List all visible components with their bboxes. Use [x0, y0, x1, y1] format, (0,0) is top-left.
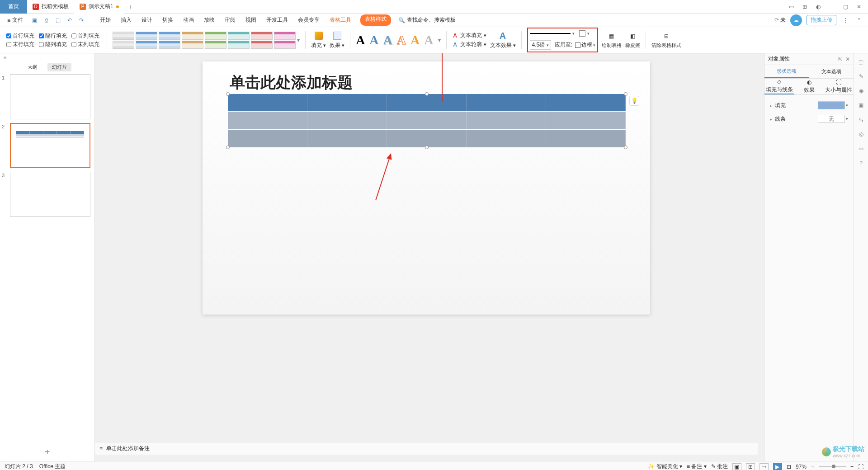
file-menu[interactable]: ≡ 文件 [5, 16, 26, 24]
fill-dropdown[interactable]: 填充 ▾ [311, 31, 326, 49]
border-color-icon[interactable] [579, 30, 585, 37]
wordart-gallery[interactable]: A A A A A A ▾ [356, 33, 440, 47]
slides-tab[interactable]: 幻灯片 [47, 63, 71, 71]
apps-icon[interactable]: ⊞ [800, 2, 809, 11]
redo-icon[interactable]: ↷ [77, 16, 85, 24]
outline-tab[interactable]: 大纲 [23, 63, 42, 71]
gallery-more-icon[interactable]: ▾ [297, 37, 300, 43]
shape-options-tab[interactable]: 形状选项 [764, 65, 809, 78]
eraser-button[interactable]: ◧ 橡皮擦 [625, 31, 640, 49]
zoom-out-button[interactable]: − [811, 464, 814, 470]
rail-location-icon[interactable]: ◎ [857, 130, 865, 138]
border-weight-dropdown[interactable]: 4.5磅 ▾ [530, 40, 551, 50]
horizontal-scrollbar[interactable] [95, 455, 758, 461]
rail-book-icon[interactable]: ▭ [857, 145, 865, 153]
text-fill-dropdown[interactable]: A文本填充 ▾ [452, 32, 486, 39]
save-icon[interactable]: ▣ [30, 16, 38, 24]
normal-view-button[interactable]: ▣ [732, 463, 741, 470]
chk-last-col[interactable]: 末列填充 [71, 41, 99, 48]
chk-last-row[interactable]: 末行填充 [6, 41, 34, 48]
fill-line-tab[interactable]: ◇填充与线条 [764, 79, 794, 94]
chk-first-col[interactable]: 首列填充 [71, 32, 99, 40]
upload-button[interactable]: 拖拽上传 [807, 15, 836, 25]
chk-first-row[interactable]: 首行填充 [6, 32, 34, 40]
fill-section[interactable]: ▸填充 ▾ [768, 99, 850, 112]
tab-member[interactable]: 会员专享 [297, 14, 321, 26]
beautify-button[interactable]: ✨ 智能美化 ▾ [648, 463, 682, 470]
rail-animation-icon[interactable]: ◉ [857, 87, 865, 95]
notes-toggle[interactable]: ≡ 备注 ▾ [687, 463, 707, 470]
draw-table-button[interactable]: ▦ 绘制表格 [602, 31, 622, 49]
tab-document[interactable]: P 演示文稿1 [74, 0, 124, 14]
clear-style-button[interactable]: ⊟ 清除表格样式 [651, 31, 681, 49]
vertical-scrollbar[interactable] [758, 53, 764, 455]
effects-tab[interactable]: ◐效果 [794, 79, 824, 94]
tab-table-style[interactable]: 表格样式 [360, 14, 391, 26]
chk-alt-row[interactable]: 隔行填充 [39, 32, 67, 40]
fullscreen-button[interactable]: ⛶ [858, 464, 863, 470]
table-style-gallery[interactable]: ▾ [113, 32, 300, 49]
rail-help-icon[interactable]: ? [857, 159, 865, 167]
text-options-tab[interactable]: 文本选项 [809, 65, 854, 78]
command-search[interactable]: 🔍 查找命令、搜索模板 [398, 16, 456, 24]
zoom-level[interactable]: 97% [796, 464, 807, 470]
tab-home[interactable]: 首页 [0, 0, 27, 14]
size-props-tab[interactable]: ⛶大小与属性 [824, 79, 854, 94]
layout-icon[interactable]: ▭ [787, 2, 796, 11]
wordart-style[interactable]: A [356, 33, 365, 47]
chk-alt-col[interactable]: 隔列填充 [39, 41, 67, 48]
slide-thumb-2[interactable] [10, 123, 90, 168]
slideshow-button[interactable]: ▶ [773, 463, 782, 470]
slide-thumb-3[interactable] [10, 172, 90, 217]
line-style-dropdown[interactable]: 无 [818, 115, 845, 123]
fill-color-picker[interactable] [818, 101, 845, 109]
print-preview-icon[interactable]: ⬚ [54, 16, 62, 24]
text-outline-dropdown[interactable]: A文本轮廓 ▾ [452, 41, 486, 48]
add-slide-button[interactable]: + [0, 443, 94, 461]
rail-style-icon[interactable]: ✎ [857, 72, 865, 80]
reading-view-button[interactable]: ▭ [760, 463, 769, 470]
wordart-style[interactable]: A [397, 33, 406, 47]
rail-select-icon[interactable]: ⬚ [857, 58, 865, 66]
border-apply-dropdown[interactable]: 边框 ▾ [575, 41, 595, 49]
effect-dropdown[interactable]: 效果 ▾ [330, 31, 344, 49]
close-panel-icon[interactable]: ✕ [845, 56, 850, 62]
rail-slide-icon[interactable]: ▣ [857, 101, 865, 109]
cloud-icon[interactable]: ☁ [790, 14, 802, 26]
new-tab-button[interactable]: + [124, 3, 137, 10]
fit-button[interactable]: ⊡ [787, 464, 791, 470]
wordart-style[interactable]: A [383, 33, 392, 47]
gallery-more-icon[interactable]: ▾ [438, 37, 441, 43]
tab-devtools[interactable]: 开发工具 [265, 14, 289, 26]
rail-switch-icon[interactable]: ⇆ [857, 116, 865, 124]
notes-bar[interactable]: ≡ 单击此处添加备注 [95, 442, 758, 455]
tab-insert[interactable]: 插入 [120, 14, 132, 26]
pin-icon[interactable]: ⇱ [838, 56, 843, 62]
title-placeholder[interactable]: 单击此处添加标题 [230, 72, 353, 93]
minimize-button[interactable]: — [827, 2, 836, 11]
unsaved-indicator[interactable]: ⟳ 未 [774, 16, 786, 24]
tab-view[interactable]: 视图 [245, 14, 257, 26]
tab-animation[interactable]: 动画 [182, 14, 195, 26]
wordart-style[interactable]: A [424, 33, 433, 47]
print-icon[interactable]: ⎙ [42, 16, 50, 24]
collapse-panel-button[interactable]: « [0, 53, 94, 61]
zoom-in-button[interactable]: + [850, 464, 854, 470]
user-icon[interactable]: ◐ [814, 2, 823, 11]
tab-design[interactable]: 设计 [141, 14, 153, 26]
collapse-ribbon-icon[interactable]: ⌃ [854, 16, 863, 25]
tab-transition[interactable]: 切换 [161, 14, 174, 26]
maximize-button[interactable]: ▢ [841, 2, 850, 11]
more-icon[interactable]: ⋮ [841, 16, 850, 25]
slide-table[interactable]: 💡 [228, 94, 626, 147]
border-style-dropdown[interactable]: ▾▾ [530, 29, 595, 38]
tab-start[interactable]: 开始 [99, 14, 112, 26]
tab-templates[interactable]: D 找稻壳模板 [27, 0, 74, 14]
comments-toggle[interactable]: ✎ 批注 [711, 463, 728, 470]
sorter-view-button[interactable]: ⊞ [746, 463, 755, 470]
slide-canvas[interactable]: 单击此处添加标题 💡 [203, 61, 650, 315]
line-section[interactable]: ▸线条 无▾ [768, 112, 850, 126]
slide-thumb-1[interactable] [10, 74, 90, 119]
wordart-style[interactable]: A [410, 33, 420, 47]
tab-review[interactable]: 审阅 [224, 14, 236, 26]
